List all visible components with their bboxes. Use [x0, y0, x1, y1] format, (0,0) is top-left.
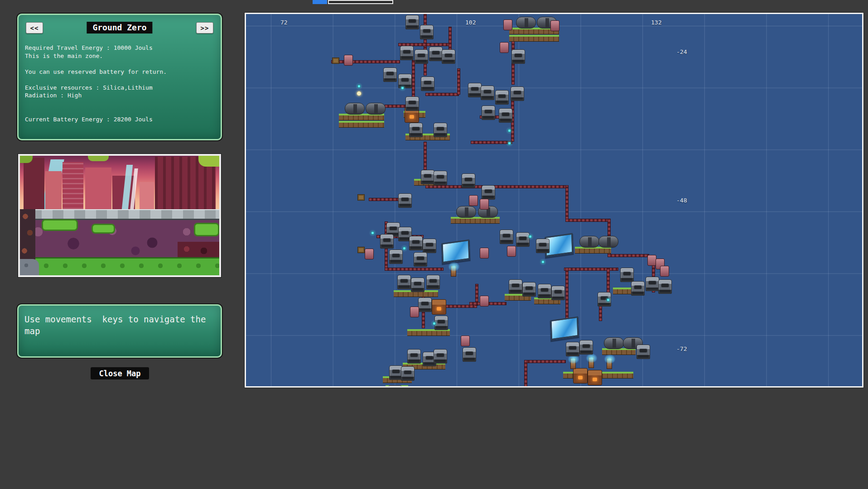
map-canvas[interactable]: 72102132-24-48-72: [246, 14, 862, 386]
map-crate: [332, 58, 339, 64]
map-furnace: [432, 299, 446, 315]
zone-info-header: << Ground Zero >>: [19, 15, 221, 37]
prev-zone-button[interactable]: <<: [26, 22, 43, 34]
map-machine: [658, 279, 672, 294]
map-machine: [434, 316, 448, 330]
map-machine: [405, 96, 419, 111]
info-line: Current Battery Energy : 28200 Jouls: [25, 115, 214, 124]
map-machine: [499, 108, 512, 123]
map-belt-h: [608, 254, 649, 257]
map-tesla: [451, 266, 456, 277]
map-pump: [480, 199, 489, 210]
map-tank: [579, 236, 599, 248]
map-platform: [451, 217, 500, 224]
map-crate: [357, 194, 365, 201]
close-map-button[interactable]: Close Map: [91, 367, 149, 379]
map-platform: [509, 35, 559, 42]
map-machine: [429, 47, 443, 61]
map-pump: [660, 266, 669, 277]
map-belt-h: [425, 93, 459, 96]
preview-building: [140, 182, 154, 209]
preview-building: [24, 158, 44, 209]
map-machine: [409, 123, 423, 137]
map-pump: [507, 246, 516, 257]
zone-info-text: Required Travel Energy : 10000 JoulsThis…: [19, 37, 221, 123]
map-machine: [421, 77, 434, 91]
map-pump: [647, 255, 656, 266]
map-machine: [646, 277, 659, 291]
map-machine: [423, 239, 436, 253]
map-machine: [400, 46, 414, 60]
map-machine: [414, 252, 427, 267]
map-tank: [456, 206, 476, 218]
map-machine: [388, 385, 402, 386]
game-screen: { "colors": { "page_bg": "#3b3b3b", "pan…: [0, 0, 868, 489]
map-machine: [509, 279, 522, 294]
map-belt-h: [331, 60, 400, 63]
map-tesla: [570, 358, 576, 369]
map-machine: [426, 275, 440, 289]
map-item: [401, 86, 404, 90]
map-item: [357, 85, 361, 88]
map-pump: [500, 42, 509, 53]
map-pump: [410, 307, 419, 317]
preview-surface-band: [20, 209, 219, 220]
map-tesla: [588, 357, 594, 368]
map-platform: [339, 121, 384, 128]
map-pump: [480, 248, 489, 259]
map-machine: [380, 234, 394, 249]
top-partial-dropdown[interactable]: [328, 0, 393, 4]
map-belt-v: [424, 142, 427, 170]
preview-green-layer: [20, 257, 219, 275]
map-machine: [495, 90, 509, 105]
info-line: This is the main zone.: [25, 52, 214, 60]
map-tank: [345, 103, 365, 115]
map-machine: [522, 282, 536, 297]
map-machine: [434, 171, 447, 185]
map-tank: [366, 103, 386, 115]
preview-building: [45, 171, 62, 209]
map-machine: [421, 170, 434, 184]
map-platform: [407, 329, 450, 336]
next-zone-button[interactable]: >>: [196, 22, 213, 34]
map-screen: [442, 240, 470, 264]
map-machine: [389, 249, 403, 264]
map-machine: [536, 239, 550, 253]
map-item: [508, 129, 511, 132]
map-machine: [462, 173, 475, 188]
map-machine: [397, 275, 411, 289]
map-pump: [469, 195, 478, 206]
map-machine: [482, 185, 495, 200]
preview-red-rocks: [178, 242, 219, 257]
map-x-label: 72: [280, 19, 288, 26]
map-machine: [468, 83, 482, 97]
info-line: Exclusive resources : Silica,Lithium: [25, 84, 214, 92]
map-machine: [551, 286, 565, 300]
map-item: [508, 142, 511, 145]
map-pump: [550, 20, 559, 31]
map-belt-h: [471, 141, 512, 144]
zone-info-panel: << Ground Zero >> Required Travel Energy…: [17, 14, 222, 140]
map-machine: [579, 340, 593, 355]
map-machine: [405, 15, 419, 29]
map-item: [371, 231, 374, 235]
map-belt-h: [525, 360, 566, 363]
map-machine: [401, 366, 415, 381]
map-item: [541, 260, 545, 264]
map-belt-v: [565, 185, 569, 220]
map-machine: [434, 123, 447, 137]
map-belt-h: [564, 268, 618, 271]
map-x-label: 132: [651, 19, 661, 26]
top-partial-tab[interactable]: [313, 0, 327, 4]
map-item: [403, 247, 406, 250]
info-line: [25, 76, 214, 84]
preview-building: [63, 162, 83, 209]
preview-building: [85, 168, 111, 209]
map-item: [529, 235, 532, 238]
map-panel: 72102132-24-48-72: [245, 13, 863, 388]
map-pump: [503, 19, 512, 30]
map-pump: [480, 296, 489, 307]
map-machine: [637, 345, 650, 359]
info-line: You can use reserved battery for return.: [25, 68, 214, 76]
map-y-label: -72: [676, 345, 687, 352]
